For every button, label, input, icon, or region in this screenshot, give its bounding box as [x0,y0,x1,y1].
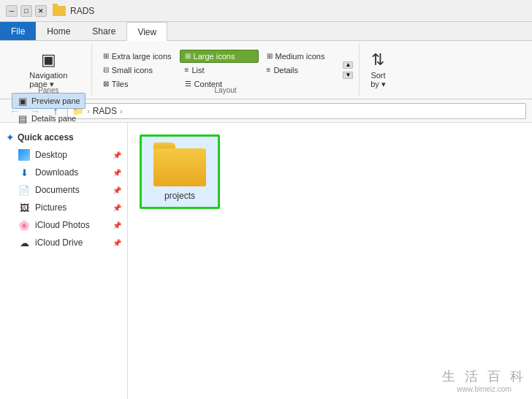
documents-pin-icon: 📌 [113,186,121,194]
title-bar: ─ □ ✕ RADS [0,0,532,22]
file-view: projects [128,123,532,399]
desktop-label: Desktop [35,150,67,160]
pictures-label: Pictures [35,202,66,213]
sidebar-item-desktop[interactable]: Desktop 📌 [0,146,127,164]
title-folder-icon [53,6,66,16]
downloads-label: Downloads [35,167,78,178]
menu-tabs: File Home Share View [0,22,532,41]
tab-view[interactable]: View [126,22,167,41]
medium-icons-button[interactable]: ⊞ Medium icons [262,50,341,63]
window-title: RADS [70,6,94,16]
extra-large-icons-icon: ⊞ [103,52,109,60]
pane-buttons: ▣ Preview pane ▤ Details pane [12,93,86,126]
large-icons-label: Large icons [194,52,235,61]
list-button[interactable]: ≡ List [180,64,259,77]
downloads-icon: ⬇ [18,167,31,178]
ribbon: ▣ Navigationpane ▾ ▣ Preview pane ▤ Deta… [0,41,532,99]
window-controls[interactable]: ─ □ ✕ [6,5,47,17]
large-icons-button[interactable]: ⊞ Large icons [180,50,259,63]
documents-icon: 📄 [18,184,31,196]
navigation-pane-icon: ▣ [41,50,56,69]
details-icon: ≡ [267,66,271,74]
watermark-url-text: www.bimeiz.com [442,385,526,393]
tab-home[interactable]: Home [36,22,81,40]
sidebar: ✦ Quick access Desktop 📌 ⬇ Downloads 📌 📄… [0,123,128,399]
details-label: Details [273,66,298,75]
extra-large-icons-label: Extra large icons [112,52,172,61]
watermark: 生 活 百 科 www.bimeiz.com [442,368,526,393]
icloud-drive-pin-icon: 📌 [113,239,121,247]
quick-access-star-icon: ✦ [6,132,15,143]
layout-scroll: ▲ ▼ [343,61,353,79]
breadcrumb-sep-1: › [87,107,90,115]
details-button[interactable]: ≡ Details [262,64,341,77]
documents-label: Documents [35,185,80,195]
icloud-photos-icon: 🌸 [18,219,31,231]
layout-grid: ⊞ Extra large icons ⊞ Large icons ⊞ Medi… [98,50,341,91]
maximize-icon[interactable]: □ [20,5,32,17]
small-icons-label: Small icons [112,66,153,75]
watermark-cn-text: 生 活 百 科 [442,368,526,385]
scroll-down-button[interactable]: ▼ [343,72,353,79]
ribbon-group-panes: ▣ Navigationpane ▾ ▣ Preview pane ▤ Deta… [6,44,92,96]
close-icon[interactable]: ✕ [35,5,47,17]
scroll-up-button[interactable]: ▲ [343,61,353,69]
icloud-photos-label: iCloud Photos [35,220,90,230]
sort-by-button[interactable]: ⇅ Sortby ▾ [367,47,390,93]
sort-by-icon: ⇅ [371,50,384,69]
desktop-pin-icon: 📌 [113,151,121,159]
sort-by-label: Sortby ▾ [370,71,386,89]
medium-icons-label: Medium icons [276,52,325,61]
extra-large-icons-button[interactable]: ⊞ Extra large icons [98,50,177,63]
small-icons-icon: ⊟ [103,66,109,74]
desktop-icon [18,149,31,161]
sidebar-item-downloads[interactable]: ⬇ Downloads 📌 [0,164,127,181]
pictures-pin-icon: 📌 [113,204,121,212]
downloads-pin-icon: 📌 [113,169,121,177]
icloud-photos-pin-icon: 📌 [113,221,121,229]
address-bar[interactable]: 📁 › RADS › [67,103,526,119]
sidebar-item-icloud-drive[interactable]: ☁ iCloud Drive 📌 [0,234,127,251]
folder-projects[interactable]: projects [140,134,220,209]
ribbon-group-sort: ⇅ Sortby ▾ [360,44,396,96]
details-pane-label: Details pane [31,114,76,123]
sidebar-item-icloud-photos[interactable]: 🌸 iCloud Photos 📌 [0,216,127,234]
preview-pane-icon: ▣ [17,95,28,107]
panes-group-label: Panes [6,86,91,94]
details-pane-icon: ▤ [17,113,28,124]
breadcrumb-sep-2: › [120,107,123,115]
tab-file[interactable]: File [0,22,36,40]
main-content: ✦ Quick access Desktop 📌 ⬇ Downloads 📌 📄… [0,123,532,399]
icloud-drive-icon: ☁ [18,237,31,248]
pictures-icon: 🖼 [18,202,31,213]
sidebar-item-documents[interactable]: 📄 Documents 📌 [0,181,127,199]
medium-icons-icon: ⊞ [267,52,273,60]
preview-pane-button[interactable]: ▣ Preview pane [12,93,86,109]
breadcrumb-rads[interactable]: RADS [93,106,117,116]
preview-pane-label: Preview pane [31,96,80,105]
list-icon: ≡ [185,66,189,74]
details-pane-button[interactable]: ▤ Details pane [12,110,86,126]
layout-group-label: Layout [92,86,360,94]
icloud-drive-label: iCloud Drive [35,238,83,248]
sidebar-item-pictures[interactable]: 🖼 Pictures 📌 [0,199,127,216]
small-icons-button[interactable]: ⊟ Small icons [98,64,177,77]
tab-share[interactable]: Share [81,22,126,40]
folder-projects-label: projects [164,191,195,201]
quick-access-section[interactable]: ✦ Quick access [0,129,127,146]
list-label: List [191,66,204,75]
quick-access-label: Quick access [18,132,74,142]
large-icons-icon: ⊞ [185,52,191,60]
minimize-icon[interactable]: ─ [6,5,18,17]
folder-large-icon [153,142,206,186]
ribbon-group-layout: ⊞ Extra large icons ⊞ Large icons ⊞ Medi… [92,44,360,96]
